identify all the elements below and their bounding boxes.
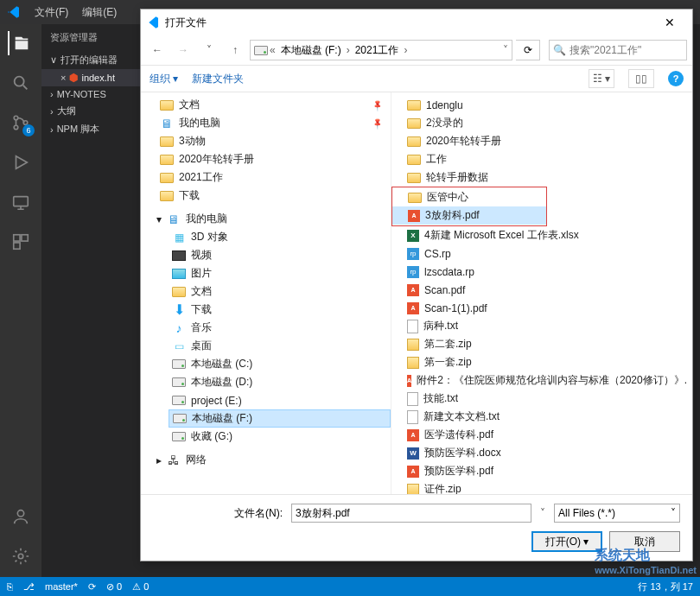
tree-drive-item[interactable]: ⬇下载 — [169, 301, 391, 319]
quick-access-item[interactable]: 下载 — [156, 187, 391, 205]
file-item[interactable]: 病种.txt — [391, 317, 692, 335]
tree-drive-item[interactable]: 图片 — [169, 264, 391, 282]
file-item[interactable]: 第二套.zip — [391, 335, 692, 353]
file-item[interactable]: 证件.zip — [391, 480, 692, 494]
explorer-icon[interactable] — [8, 31, 32, 55]
back-button[interactable]: ← — [146, 39, 169, 61]
open-editors-section[interactable]: ∨打开的编辑器 — [41, 51, 141, 69]
status-sync[interactable]: ⟳ — [88, 581, 96, 593]
search-icon: 🔍 — [553, 44, 566, 56]
section-outline[interactable]: ›大纲 — [41, 102, 141, 120]
vscode-logo-icon — [7, 5, 21, 19]
status-errors[interactable]: ⊘ 0 — [106, 581, 122, 593]
up-button[interactable]: ↑ — [224, 39, 246, 61]
open-file-tab[interactable]: ×⬢index.ht — [41, 69, 141, 86]
breadcrumb-folder[interactable]: 2021工作 — [352, 43, 403, 58]
file-item[interactable]: 轮转手册数据 — [391, 168, 692, 187]
view-mode-button[interactable]: ☷ ▾ — [589, 69, 614, 88]
tree-drive-item[interactable]: ▭桌面 — [169, 337, 391, 355]
file-item[interactable]: AScan.pdf — [391, 281, 692, 299]
quick-access-item[interactable]: 3动物 — [156, 132, 391, 150]
file-item[interactable]: 工作 — [391, 150, 692, 168]
tree-drive-item[interactable]: 本地磁盘 (C:) — [169, 355, 391, 373]
status-branch[interactable]: master* — [45, 581, 78, 592]
tree-drive-item[interactable]: 文档 — [169, 282, 391, 301]
section-mynotes[interactable]: ›MY-NOTES — [41, 86, 141, 102]
file-item[interactable]: A预防医学科.pdf — [391, 462, 692, 480]
file-list[interactable]: 1denglu2没录的2020年轮转手册工作轮转手册数据医管中心A3放射科.pd… — [391, 92, 692, 494]
svg-point-0 — [15, 77, 24, 86]
quick-access-item[interactable]: 2021工作 — [156, 168, 391, 187]
file-item[interactable]: 医管中心 — [392, 188, 546, 206]
watermark: 系统天地 www.XiTongTianDi.net — [595, 547, 697, 575]
explorer-title: 资源管理器 — [41, 24, 141, 51]
search-box[interactable]: 🔍 搜索"2021工作" — [549, 40, 687, 60]
account-icon[interactable] — [9, 504, 33, 529]
file-item[interactable]: A3放射科.pdf — [392, 206, 546, 225]
tree-drive-item[interactable]: 收藏 (G:) — [169, 428, 391, 446]
help-button[interactable]: ? — [668, 71, 684, 86]
tree-drive-item[interactable]: ▦3D 对象 — [169, 228, 391, 246]
status-warnings[interactable]: ⚠ 0 — [132, 581, 149, 593]
breadcrumb-dropdown-icon[interactable]: ˅ — [503, 44, 508, 56]
annotation-red-box: 医管中心A3放射科.pdf — [391, 187, 547, 226]
svg-rect-5 — [14, 235, 20, 241]
section-npm[interactable]: ›NPM 脚本 — [41, 120, 141, 138]
this-pc-header[interactable]: ▾🖥我的电脑 — [156, 210, 391, 228]
network-header[interactable]: ▸🖧网络 — [156, 451, 391, 469]
breadcrumb-drive[interactable]: 本地磁盘 (F:) — [277, 43, 345, 58]
file-item[interactable]: 2020年轮转手册 — [391, 132, 692, 150]
file-item[interactable]: 2没录的 — [391, 114, 692, 132]
status-cursor-pos[interactable]: 行 13，列 17 — [638, 580, 693, 593]
file-item[interactable]: 1denglu — [391, 96, 692, 114]
new-folder-button[interactable]: 新建文件夹 — [192, 72, 244, 86]
breadcrumb[interactable]: « 本地磁盘 (F:) › 2021工作 › ˅ — [250, 40, 512, 60]
tree-drive-item[interactable]: 本地磁盘 (D:) — [169, 373, 391, 391]
settings-gear-icon[interactable] — [9, 544, 33, 568]
filename-input[interactable] — [291, 504, 531, 523]
quick-access-item[interactable]: 2020年轮转手册 — [156, 150, 391, 168]
search-icon[interactable] — [9, 71, 33, 95]
dialog-nav: ← → ˅ ↑ « 本地磁盘 (F:) › 2021工作 › ˅ ⟳ 🔍 搜索"… — [141, 35, 692, 65]
dialog-toolbar: 组织 ▾ 新建文件夹 ☷ ▾ ▯▯ ? — [141, 65, 692, 92]
file-item[interactable]: 新建文本文档.txt — [391, 408, 692, 426]
preview-pane-button[interactable]: ▯▯ — [628, 69, 654, 88]
organize-menu[interactable]: 组织 ▾ — [150, 72, 178, 86]
tree-drive-item[interactable]: project (E:) — [169, 391, 391, 409]
quick-access-item[interactable]: 文档 — [156, 96, 391, 114]
tree-drive-item[interactable]: ♪音乐 — [169, 319, 391, 337]
file-item[interactable]: A附件2：《住院医师规范化培训内容与标准（2020修订）》. — [391, 371, 692, 390]
svg-point-9 — [18, 554, 23, 559]
close-button[interactable]: ✕ — [652, 10, 687, 35]
file-type-filter[interactable]: All Files (*.*)˅ — [554, 504, 680, 523]
tree-drive-item[interactable]: 视频 — [169, 246, 391, 264]
activity-bar: 6 — [0, 24, 41, 577]
search-placeholder: 搜索"2021工作" — [570, 43, 641, 58]
file-item[interactable]: rpCS.rp — [391, 244, 692, 263]
folder-tree[interactable]: 文档🖥我的电脑3动物2020年轮转手册2021工作下载▾🖥我的电脑▦3D 对象视… — [141, 92, 391, 494]
file-item[interactable]: 技能.txt — [391, 390, 692, 408]
file-item[interactable]: 第一套.zip — [391, 353, 692, 371]
drive-icon — [254, 46, 268, 55]
extensions-icon[interactable] — [9, 230, 33, 254]
open-button[interactable]: 打开(O) ▾ — [531, 531, 602, 552]
status-branch-icon[interactable]: ⎇ — [23, 581, 35, 593]
file-item[interactable]: AScan-1(1).pdf — [391, 299, 692, 317]
history-dropdown[interactable]: ˅ — [198, 39, 220, 61]
run-debug-icon[interactable] — [9, 150, 33, 174]
quick-access-item[interactable]: 🖥我的电脑 — [156, 114, 391, 132]
dialog-titlebar: 打开文件 ✕ — [141, 10, 692, 35]
refresh-button[interactable]: ⟳ — [516, 40, 540, 60]
status-remote-icon[interactable]: ⎘ — [7, 581, 13, 592]
dialog-title: 打开文件 — [165, 16, 207, 30]
file-item[interactable]: X4新建 Microsoft Excel 工作表.xlsx — [391, 226, 692, 244]
svg-point-8 — [17, 510, 23, 517]
file-item[interactable]: W预防医学科.docx — [391, 444, 692, 462]
menu-edit[interactable]: 编辑(E) — [82, 5, 117, 20]
source-control-icon[interactable]: 6 — [9, 111, 33, 135]
file-item[interactable]: rplzscdata.rp — [391, 263, 692, 281]
file-item[interactable]: A医学遗传科.pdf — [391, 426, 692, 444]
remote-icon[interactable] — [9, 190, 33, 214]
menu-file[interactable]: 文件(F) — [35, 5, 68, 20]
tree-drive-item[interactable]: 本地磁盘 (F:) — [169, 409, 391, 428]
